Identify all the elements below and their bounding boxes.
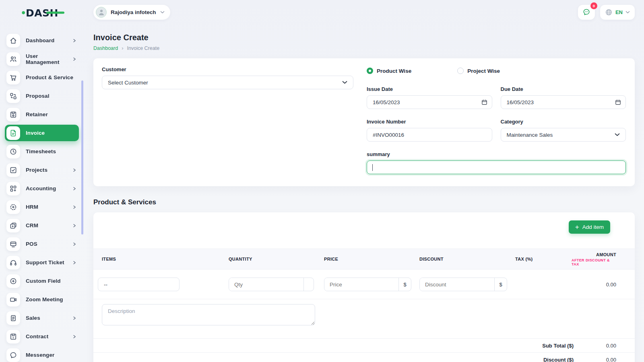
subtotal-value: 0.00 xyxy=(574,343,635,349)
sidebar-item-hrm[interactable]: HRM xyxy=(5,199,79,215)
chevron-right-icon xyxy=(72,168,76,172)
column-items: ITEMS xyxy=(93,249,225,269)
breadcrumb-separator: › xyxy=(122,45,123,51)
quantity-input[interactable] xyxy=(229,278,303,291)
invoice-form-card: Customer Select Customer Product Wise Pr… xyxy=(93,58,635,186)
text-caret xyxy=(372,164,373,171)
messages-badge: 0 xyxy=(590,2,597,9)
sidebar-item-timesheets[interactable]: Timesheets xyxy=(5,143,79,160)
sidebar-item-pos[interactable]: POS xyxy=(5,236,79,252)
chevron-right-icon xyxy=(72,261,76,265)
accounting-icon xyxy=(6,182,20,195)
user-icon xyxy=(98,8,105,16)
sidebar-item-product-service[interactable]: Product & Service xyxy=(5,69,79,86)
discount-total-row: Discount ($) 0.00 xyxy=(93,353,635,362)
due-date-input[interactable] xyxy=(501,95,626,109)
add-item-button[interactable]: + Add item xyxy=(569,220,610,234)
company-selector[interactable]: Rajodiya infotech xyxy=(93,5,170,20)
category-select-value: Maintenance Sales xyxy=(507,132,553,138)
sidebar-item-crm[interactable]: CRM xyxy=(5,217,79,234)
chevron-down-icon xyxy=(625,11,630,14)
invoice-number-input[interactable] xyxy=(367,128,492,142)
radio-project-wise[interactable]: Project Wise xyxy=(457,68,500,74)
sidebar-item-support-ticket[interactable]: Support Ticket xyxy=(5,254,79,271)
subtotal-label: Sub Total ($) xyxy=(542,343,574,349)
users-icon xyxy=(6,52,20,66)
price-input[interactable] xyxy=(324,278,398,291)
sidebar-nav: DashboardUser ManagementProduct & Servic… xyxy=(0,32,84,362)
sidebar-item-retainer[interactable]: Retainer xyxy=(5,106,79,123)
app-logo[interactable]: DASH xyxy=(0,0,84,25)
chevron-right-icon xyxy=(72,187,76,191)
items-table-card: + Add item ITEMS QUANTITY PRICE DISCOUNT… xyxy=(93,212,635,362)
item-select[interactable] xyxy=(98,278,180,291)
support-icon xyxy=(6,256,20,269)
sidebar-item-invoice[interactable]: Invoice xyxy=(5,125,79,141)
radio-product-wise[interactable]: Product Wise xyxy=(367,68,411,74)
sidebar-item-custom-field[interactable]: Custom Field xyxy=(5,273,79,289)
sidebar-item-projects[interactable]: Projects xyxy=(5,162,79,178)
breadcrumb-dashboard-link[interactable]: Dashboard xyxy=(93,45,118,51)
tax-cell xyxy=(511,278,568,291)
price-currency: $ xyxy=(398,278,411,291)
chevron-right-icon xyxy=(72,316,76,320)
sidebar-item-sales[interactable]: Sales xyxy=(5,310,79,326)
due-date-label: Due Date xyxy=(501,86,626,92)
sidebar: DASH DashboardUser ManagementProduct & S… xyxy=(0,0,84,362)
customer-label: Customer xyxy=(102,66,353,72)
sidebar-scrollbar-thumb[interactable] xyxy=(81,80,83,234)
discount-input[interactable] xyxy=(420,278,494,291)
pos-icon xyxy=(6,237,20,251)
calendar-icon[interactable] xyxy=(481,99,487,105)
discount-total-label: Discount ($) xyxy=(543,357,574,362)
sidebar-item-user-management[interactable]: User Management xyxy=(5,51,79,67)
language-selector[interactable]: EN xyxy=(600,5,635,20)
products-section-title: Product & Services xyxy=(93,198,635,206)
chevron-right-icon xyxy=(72,335,76,339)
discount-group: $ xyxy=(419,278,507,291)
column-price: PRICE xyxy=(320,249,415,269)
discount-currency: $ xyxy=(494,278,507,291)
chevron-down-icon xyxy=(342,81,347,84)
issue-date-input[interactable] xyxy=(367,95,492,109)
breadcrumb-current: Invoice Create xyxy=(127,45,160,51)
breadcrumb: Dashboard › Invoice Create xyxy=(93,45,635,51)
sidebar-item-accounting[interactable]: Accounting xyxy=(5,180,79,197)
sidebar-item-messenger[interactable]: Messenger xyxy=(5,347,79,362)
calendar-icon[interactable] xyxy=(615,99,621,105)
quantity-group xyxy=(229,278,314,291)
category-label: Category xyxy=(501,119,626,125)
description-textarea[interactable] xyxy=(102,304,315,325)
category-select[interactable]: Maintenance Sales xyxy=(501,128,626,142)
sales-icon xyxy=(6,311,20,325)
home-icon xyxy=(6,34,20,47)
summary-textarea[interactable] xyxy=(367,160,626,174)
item-row: $ $ 0.00 xyxy=(93,269,635,299)
chat-icon xyxy=(582,8,590,16)
chevron-right-icon xyxy=(72,335,76,339)
chevron-right-icon xyxy=(72,39,76,43)
sidebar-item-dashboard[interactable]: Dashboard xyxy=(5,32,79,49)
page-title: Invoice Create xyxy=(93,33,635,42)
proposal-icon xyxy=(6,89,20,103)
sidebar-item-contract[interactable]: Contract xyxy=(5,328,79,345)
topbar: Rajodiya infotech 0 xyxy=(93,0,635,24)
description-row xyxy=(93,299,635,339)
messenger-icon xyxy=(6,348,20,362)
plus-icon: + xyxy=(575,224,579,230)
chevron-right-icon xyxy=(72,57,76,61)
hrm-icon xyxy=(6,200,20,214)
sidebar-item-zoom-meeting[interactable]: Zoom Meeting xyxy=(5,291,79,308)
chevron-right-icon xyxy=(72,205,76,209)
chevron-right-icon xyxy=(72,39,76,43)
chevron-right-icon xyxy=(72,261,76,265)
invoice-number-label: Invoice Number xyxy=(367,119,492,125)
projects-icon xyxy=(6,163,20,177)
chevron-right-icon xyxy=(72,168,76,172)
messages-button[interactable]: 0 xyxy=(578,5,595,20)
sidebar-item-proposal[interactable]: Proposal xyxy=(5,88,79,104)
customer-select[interactable]: Select Customer xyxy=(102,76,353,89)
chevron-right-icon xyxy=(72,57,76,61)
chevron-down-icon xyxy=(615,133,620,136)
chevron-right-icon xyxy=(72,224,76,228)
